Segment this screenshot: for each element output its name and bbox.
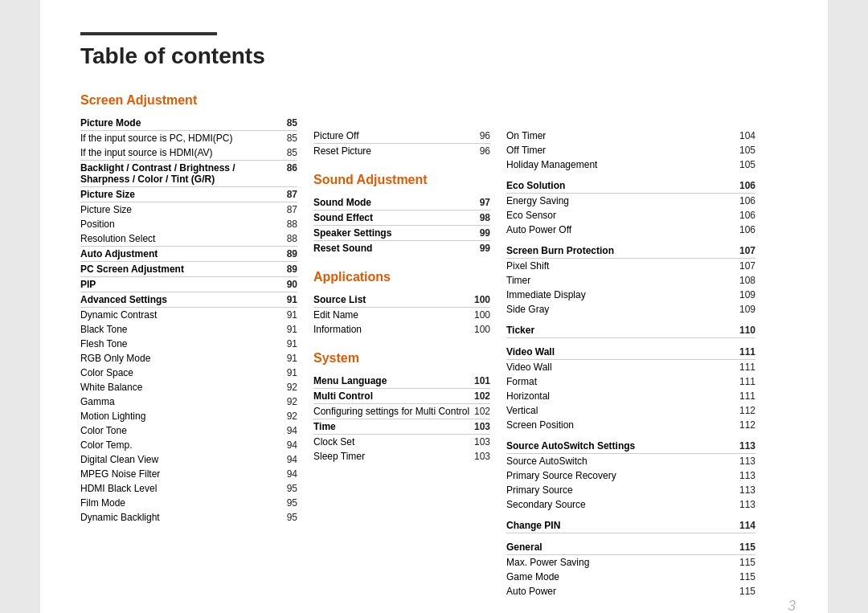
table-row: Sound Mode97 [313, 195, 490, 210]
table-row: HDMI Black Level95 [80, 481, 297, 496]
entry-page: 103 [470, 449, 490, 464]
table-row: Reset Sound99 [313, 241, 490, 256]
section-label: Video Wall [506, 345, 698, 360]
entry-page: 113 [722, 497, 755, 512]
table-row: Off Timer105 [506, 143, 755, 157]
table-row: Picture Size87 [80, 202, 297, 218]
table-row: Timer108 [506, 273, 755, 288]
entry-page: 109 [716, 288, 755, 302]
entry-label: Motion Lighting [80, 409, 283, 423]
entry-label: Film Mode [80, 496, 283, 510]
entry-page: 89 [283, 247, 297, 262]
table-row: Screen Position112 [506, 418, 755, 432]
entry-page: 108 [716, 273, 755, 288]
entry-label: Reset Picture [313, 144, 454, 159]
table-row: Color Temp.94 [80, 438, 297, 452]
entry-page: 96 [454, 144, 490, 159]
entry-page: 94 [283, 467, 297, 481]
table-row: Horizontal111 [506, 389, 755, 403]
table-row: Picture Size87 [80, 187, 297, 202]
picture-off-table: Picture Off96Reset Picture96 [313, 129, 490, 158]
col3-section-table: Source AutoSwitch Settings113Source Auto… [506, 439, 755, 512]
entry-page: 100 [441, 308, 490, 323]
entry-label: Game Mode [506, 570, 707, 584]
entry-page: 90 [283, 277, 297, 292]
entry-label: Time [313, 419, 470, 435]
entry-label: Eco Sensor [506, 208, 697, 223]
entry-label: Color Tone [80, 423, 283, 438]
entry-label: Clock Set [313, 435, 470, 450]
table-row: Eco Sensor106 [506, 208, 755, 223]
section-page: 110 [652, 323, 755, 338]
entry-label: Dynamic Backlight [80, 510, 283, 525]
entry-page: 100 [441, 292, 490, 308]
table-row: Motion Lighting92 [80, 409, 297, 423]
table-row: Dynamic Contrast91 [80, 308, 297, 323]
table-row: Backlight / Contrast / Brightness / Shar… [80, 161, 297, 187]
entry-page: 88 [283, 217, 297, 231]
entry-page: 96 [454, 129, 490, 144]
entry-label: RGB Only Mode [80, 351, 283, 366]
entry-page: 87 [283, 202, 297, 218]
table-row: Auto Power Off106 [506, 223, 755, 237]
entry-page: 94 [283, 438, 297, 452]
entry-label: Reset Sound [313, 241, 462, 256]
entry-page: 94 [283, 452, 297, 467]
entry-page: 92 [283, 380, 297, 394]
section-applications: Applications [313, 270, 490, 284]
entry-label: Digital Clean View [80, 452, 283, 467]
table-row: Game Mode115 [506, 570, 755, 584]
entry-label: PIP [80, 277, 283, 292]
entry-page: 111 [698, 360, 755, 375]
entry-label: Backlight / Contrast / Brightness / Shar… [80, 161, 283, 187]
entry-page: 92 [283, 394, 297, 409]
col2: Picture Off96Reset Picture96 Sound Adjus… [313, 93, 506, 599]
table-row: Picture Mode85 [80, 116, 297, 131]
entry-label: Timer [506, 273, 716, 288]
entry-page: 113 [722, 468, 755, 483]
entry-label: Source AutoSwitch [506, 454, 722, 469]
entry-label: Flesh Tone [80, 337, 283, 351]
table-row: RGB Only Mode91 [80, 351, 297, 366]
entry-page: 109 [716, 302, 755, 317]
entry-label: Sound Effect [313, 210, 462, 226]
entry-label: Vertical [506, 403, 698, 418]
table-row: Gamma92 [80, 394, 297, 409]
entry-page: 99 [462, 241, 490, 256]
entry-label: Edit Name [313, 308, 441, 323]
entry-page: 103 [470, 435, 490, 450]
table-row: Format111 [506, 374, 755, 389]
entry-label: Video Wall [506, 360, 698, 375]
entry-label: Auto Adjustment [80, 247, 283, 262]
entry-page: 112 [698, 403, 755, 418]
table-row: Picture Off96 [313, 129, 490, 144]
entry-page: 102 [470, 404, 490, 419]
table-row: Auto Power115 [506, 584, 755, 599]
entry-label: If the input source is HDMI(AV) [80, 145, 283, 161]
table-row: Screen Burn Protection107 [506, 243, 755, 259]
section-page: 107 [716, 243, 755, 259]
entry-page: 107 [716, 259, 755, 274]
entry-label: Multi Control [313, 389, 470, 404]
table-row: Advanced Settings91 [80, 292, 297, 308]
table-row: Video Wall111 [506, 360, 755, 375]
entry-page: 91 [283, 366, 297, 380]
entry-page: 99 [462, 226, 490, 241]
section-screen-adjustment: Screen Adjustment [80, 93, 297, 108]
entry-page: 88 [283, 231, 297, 247]
section-label: Eco Solution [506, 178, 697, 194]
entry-page: 94 [283, 423, 297, 438]
entry-page: 111 [698, 374, 755, 389]
applications-table: Source List100Edit Name100Information100 [313, 292, 490, 337]
entry-page: 91 [283, 308, 297, 323]
entry-label: Resolution Select [80, 231, 283, 247]
table-row: General115 [506, 540, 755, 555]
entry-page: 103 [470, 419, 490, 435]
entry-label: Auto Power [506, 584, 707, 599]
screen-adjustment-table: Picture Mode85If the input source is PC,… [80, 116, 297, 525]
entry-label: Off Timer [506, 143, 710, 157]
entry-page: 115 [707, 555, 755, 570]
entry-label: Max. Power Saving [506, 555, 707, 570]
entry-page: 91 [283, 322, 297, 337]
col3-section-table: Eco Solution106Energy Saving106Eco Senso… [506, 178, 755, 237]
